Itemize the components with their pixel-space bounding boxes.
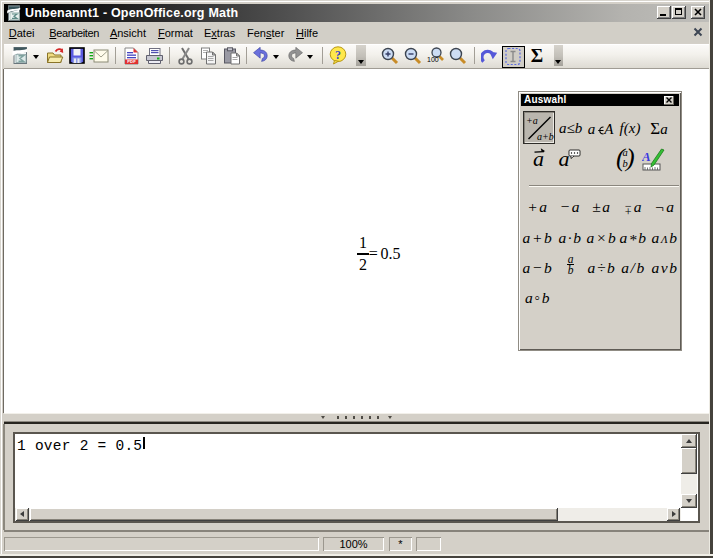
svg-text:?: ? bbox=[335, 48, 341, 62]
svg-text:A: A bbox=[642, 149, 651, 164]
svg-text:a+b: a+b bbox=[537, 131, 554, 142]
svg-text:PDF: PDF bbox=[127, 59, 136, 64]
svg-text:+a: +a bbox=[526, 115, 538, 126]
svg-text:100: 100 bbox=[427, 56, 439, 63]
